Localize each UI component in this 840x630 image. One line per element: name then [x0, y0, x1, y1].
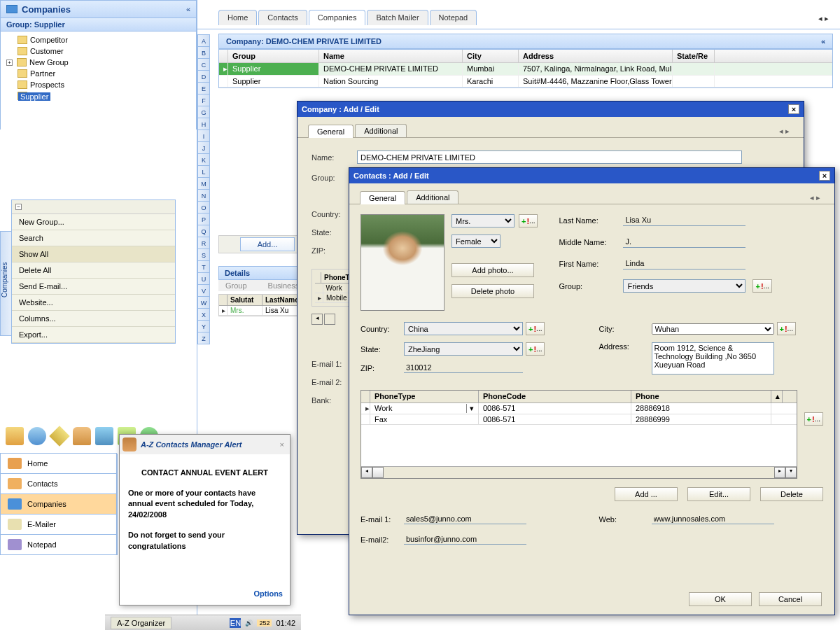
add-salutation-button[interactable]: +! ... — [519, 214, 538, 227]
clock-icon[interactable] — [28, 427, 46, 445]
tab-batch-mailer[interactable]: Batch Mailer — [367, 10, 428, 25]
az-letter[interactable]: W — [197, 296, 210, 309]
az-letter[interactable]: M — [197, 177, 210, 190]
scroll-left-icon[interactable]: ◂ — [312, 314, 323, 325]
last-name-input[interactable] — [623, 214, 746, 226]
action-export[interactable]: Export... — [12, 327, 175, 343]
tab-nav-arrows[interactable]: ◂ ▸ — [779, 127, 790, 136]
az-letter[interactable]: N — [197, 189, 210, 202]
phone-delete-button[interactable]: Delete — [760, 487, 823, 501]
az-letter[interactable]: Y — [197, 320, 210, 332]
az-letter[interactable]: C — [197, 58, 210, 71]
tree-item-customer[interactable]: Customer — [4, 46, 193, 57]
nav-contacts[interactable]: Contacts — [0, 473, 117, 494]
col-phone[interactable]: Phone — [631, 391, 771, 402]
action-delete-all[interactable]: Delete All — [12, 262, 175, 279]
az-letter[interactable]: I — [197, 130, 210, 142]
add-phonetype-button[interactable]: +! ... — [804, 412, 823, 426]
az-letter[interactable]: R — [197, 237, 210, 249]
people-icon[interactable] — [73, 427, 91, 445]
nav-emailer[interactable]: E-Mailer — [0, 514, 117, 535]
nav-notepad[interactable]: Notepad — [0, 534, 117, 555]
grid-row[interactable]: Supplier Nation Sourcing Karachi Suit#M-… — [219, 76, 832, 88]
az-letter[interactable]: P — [197, 213, 210, 225]
az-letter[interactable]: A — [197, 34, 210, 47]
scroll-right-icon[interactable]: ▸ — [774, 467, 785, 478]
chevron-down-icon[interactable]: ▾ — [466, 404, 474, 413]
tab-nav-arrows[interactable]: ◂ ▸ — [810, 193, 820, 202]
az-letter[interactable]: H — [197, 118, 210, 130]
group-select[interactable]: Friends — [623, 279, 746, 293]
tree-item-supplier[interactable]: Supplier — [4, 90, 193, 102]
tab-contacts[interactable]: Contacts — [258, 10, 307, 25]
az-letter[interactable]: Z — [197, 332, 210, 344]
grid-row[interactable]: ▸ Supplier DEMO-CHEM PRIVATE LIMITED Mum… — [219, 63, 832, 76]
az-letter[interactable]: X — [197, 308, 210, 321]
nav-companies[interactable]: Companies — [0, 493, 117, 514]
az-letter[interactable]: G — [197, 106, 210, 118]
add-country-button[interactable]: +! ... — [526, 322, 545, 335]
email1-input[interactable] — [404, 514, 526, 524]
col-address[interactable]: Address — [519, 50, 673, 62]
col-name[interactable]: Name — [319, 50, 463, 62]
taskbar-app[interactable]: A-Z Organizer — [111, 617, 172, 629]
close-icon[interactable]: × — [819, 171, 830, 181]
action-new-group[interactable]: New Group... — [12, 214, 175, 230]
tree-item-competitor[interactable]: Competitor — [4, 34, 193, 46]
az-letter[interactable]: Q — [197, 225, 210, 237]
col-group[interactable]: Group — [228, 50, 319, 62]
salutation-select[interactable]: Mrs. — [451, 214, 514, 227]
scroll-down-icon[interactable]: ▾ — [785, 467, 797, 478]
col-phonecode[interactable]: PhoneCode — [479, 391, 631, 402]
add-group-button[interactable]: +! ... — [752, 279, 771, 293]
tree-item-newgroup[interactable]: +New Group — [4, 57, 193, 68]
add-photo-button[interactable]: Add photo... — [451, 263, 534, 277]
tab-companies[interactable]: Companies — [309, 10, 366, 25]
tab-nav-arrows[interactable]: ◂ ▸ — [818, 14, 829, 23]
company-name-input[interactable] — [357, 150, 742, 164]
home-icon[interactable] — [6, 427, 24, 445]
first-name-input[interactable] — [623, 258, 746, 270]
phone-row[interactable]: Fax 0086-571 28886999 — [361, 414, 797, 425]
country-select[interactable]: China — [404, 322, 523, 335]
delete-photo-button[interactable]: Delete photo — [451, 284, 534, 298]
envelope-icon[interactable] — [49, 426, 69, 446]
scroll-track[interactable] — [372, 467, 384, 478]
expand-icon[interactable]: + — [6, 59, 13, 66]
ok-button[interactable]: OK — [689, 592, 752, 606]
tree-item-partner[interactable]: Partner — [4, 68, 193, 79]
close-icon[interactable]: × — [788, 104, 799, 114]
az-letter[interactable]: F — [197, 94, 210, 106]
email2-input[interactable] — [404, 534, 526, 545]
az-letter[interactable]: E — [197, 82, 210, 94]
add-state-button[interactable]: +! ... — [526, 342, 545, 356]
tab-additional[interactable]: Additional — [407, 190, 458, 204]
tab-additional[interactable]: Additional — [355, 124, 407, 137]
cancel-button[interactable]: Cancel — [759, 592, 822, 606]
web-input[interactable] — [652, 514, 774, 524]
scroll-left-icon[interactable]: ◂ — [361, 467, 372, 478]
az-letter[interactable]: J — [197, 141, 210, 154]
action-show-all[interactable]: Show All — [12, 246, 175, 262]
az-letter[interactable]: K — [197, 153, 210, 166]
nav-home[interactable]: Home — [0, 453, 117, 474]
col-city[interactable]: City — [463, 50, 519, 62]
dialog-titlebar[interactable]: Contacts : Add / Edit × — [349, 168, 834, 183]
phone-edit-button[interactable]: Edit... — [687, 487, 750, 501]
dialog-titlebar[interactable]: Company : Add / Edit × — [298, 102, 804, 117]
collapse-icon[interactable]: « — [821, 37, 825, 46]
add-city-button[interactable]: +! ... — [777, 322, 796, 335]
gender-select[interactable]: Female — [451, 234, 500, 248]
az-letter[interactable]: D — [197, 70, 210, 83]
scroll-up-icon[interactable]: ▴ — [771, 391, 783, 402]
state-select[interactable]: ZheJiang — [404, 342, 523, 356]
phone-add-button[interactable]: Add ... — [615, 487, 678, 501]
add-button[interactable]: Add... — [240, 237, 295, 251]
collapse-icon[interactable]: « — [186, 5, 190, 13]
az-letter[interactable]: B — [197, 46, 210, 59]
city-select[interactable]: Wuhan — [652, 323, 774, 335]
az-letter[interactable]: L — [197, 165, 210, 178]
phone-row[interactable]: ▸ Work▾ 0086-571 28886918 — [361, 403, 797, 414]
az-letter[interactable]: T — [197, 260, 210, 273]
calendar-icon[interactable] — [95, 427, 113, 445]
